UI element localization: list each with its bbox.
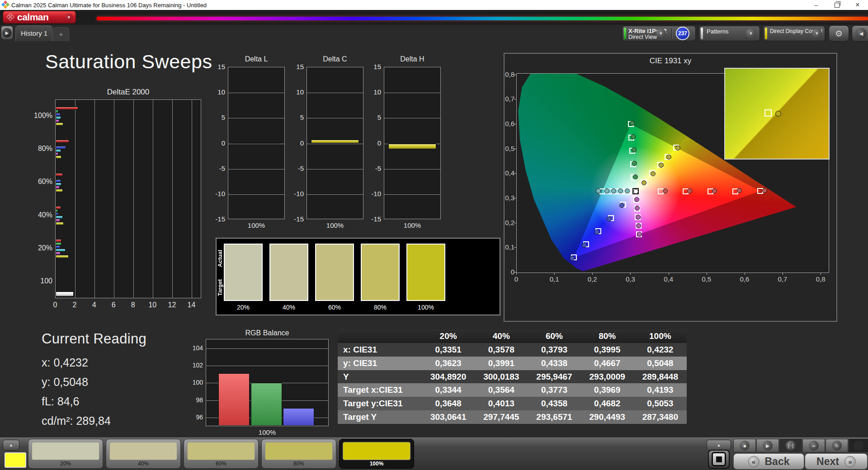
axis-tick-label: -15 [208,215,225,223]
window-icon [712,452,726,466]
gear-icon: ⚙ [835,28,843,39]
delta-bar [388,144,436,149]
tab-history-1[interactable]: History 1 [15,25,52,41]
back-button[interactable]: « Back [733,453,804,470]
patterns-status-bar [701,28,703,39]
axis-tick-label: 100% [384,221,441,229]
table-row: Target y:CIE310,36480,40130,43580,46820,… [338,397,687,410]
axis-tick-label: 14 [184,301,198,309]
swatch-label: 60% [312,304,357,311]
axis-tick-label: 8 [126,301,140,309]
table-cell: 287,3480 [634,412,687,422]
gridline [307,169,363,169]
axis-tick-label: 100% [32,112,52,120]
display-control-status-bar [765,28,767,39]
play-button[interactable]: ▶ [756,439,779,452]
next-button[interactable]: Next » [805,453,868,470]
tab-scroll-button[interactable]: ▶ [1,26,13,40]
deltae-bar-red [56,239,61,242]
meter-dropdown[interactable]: X-Rite i1Pro 2 Direct View ▼ 237 [622,26,696,41]
gridline [307,144,363,144]
table-cell: 0,3344 [422,385,475,395]
continuous-icon: ∞ [809,441,819,451]
deltae-bar-yellow [56,189,63,192]
axis-tick [669,273,669,275]
calman-menu-button[interactable]: calman ▼ [3,11,76,24]
stop-button[interactable]: ■ [733,439,756,452]
chart-title: CIE 1931 xy [505,56,836,66]
measured-marker-red [687,188,692,193]
display-control-dropdown[interactable]: Direct Display Control ▼ [763,26,825,41]
restore-button[interactable] [826,0,847,10]
axis-tick-label: -15 [287,215,304,223]
table-cell: 0,4232 [634,345,687,355]
table-row: x: CIE310,33510,35780,37930,39950,4232 [338,343,687,357]
window-title: Calman 2025 Calman Ultimate for Business… [11,2,207,9]
pattern-window-button[interactable] [708,450,730,469]
table-cell: 0,3773 [528,385,580,395]
patterns-dropdown[interactable]: Patterns ▼ [699,26,760,41]
rgb-bar-red [218,373,250,426]
pattern-button-40%[interactable]: 40% [106,439,181,469]
measured-marker-cyan [596,188,601,193]
gridline [307,194,363,195]
gridline [172,100,173,298]
swatch-label: 20% [221,304,266,311]
continuous-button[interactable]: ∞ [802,439,825,452]
gridline [206,366,328,366]
axis-tick-label: 5 [208,113,225,121]
close-button[interactable]: × [847,0,868,10]
table-row: Y304,8920300,0183295,9467293,0009289,844… [338,370,687,384]
axis-tick [821,273,821,275]
axis-tick-label: 0,5 [498,145,514,152]
pattern-button-80%[interactable]: 80% [261,439,336,469]
deltae-bar-blue [56,245,60,249]
stop-icon: ■ [740,441,750,451]
pattern-label: 100% [340,461,414,467]
chevron-down-icon[interactable]: ▼ [65,14,73,21]
minimize-button[interactable]: – [806,0,826,10]
deltae-bar-cyan [56,183,61,186]
gridline [192,100,192,298]
deltae-plot-area [55,99,201,298]
axis-tick [514,149,516,149]
gridline [228,194,284,195]
add-tab-button[interactable]: + [53,27,69,41]
measurement-table: 20%40%60%80%100%x: CIE310,33510,35780,37… [338,329,687,424]
pattern-step-button[interactable]: [··] [779,439,802,452]
delta-l-chart: Delta L 151050-5-10-15100% [208,53,294,232]
axis-tick [592,273,593,275]
axis-tick-label: -10 [364,190,381,197]
axis-tick-label: 20% [32,244,52,252]
pattern-bar-expand-button[interactable]: ▲ [3,440,19,451]
axis-tick-label: 5 [364,113,381,121]
table-cell: 0,4667 [581,358,634,368]
chart-title: Delta H [384,55,441,63]
gridline [228,169,284,169]
table-cell: 0,3793 [528,345,580,355]
delta-h-chart: Delta H 151050-5-10-15100% [364,53,450,232]
pattern-button-20%[interactable]: 20% [28,439,103,469]
inset-measured-marker [775,111,781,117]
axis-tick-label: 0,3 [623,275,637,283]
axis-tick-label: -5 [287,164,304,172]
pattern-button-100%[interactable]: 100% [339,439,414,469]
collapse-panel-button[interactable]: ◀ [852,25,868,42]
gridline [114,100,114,298]
axis-tick-label: 0,1 [547,275,561,283]
pattern-button-60%[interactable]: 60% [184,439,259,469]
pattern-label: 60% [184,461,258,467]
table-cell: 0,3623 [422,358,475,368]
settings-button[interactable]: ⚙ [829,25,849,42]
gridline [206,348,328,349]
chevron-down-icon[interactable]: ▼ [746,28,756,38]
deltae-2000-chart: DeltaE 2000 100%80%60%40%20%100024681012… [32,87,212,317]
deltae-bar-yellow [56,122,63,126]
controls-expand-button[interactable]: ▲ [707,440,731,451]
axis-tick-label: 100% [307,221,363,229]
deltae-bar-magenta [56,119,59,122]
chevron-down-icon[interactable]: ▼ [656,28,666,38]
loop-button[interactable]: ↻ [826,439,848,452]
axis-tick-label: 100% [206,428,329,436]
chevron-down-icon[interactable]: ▼ [812,28,822,38]
